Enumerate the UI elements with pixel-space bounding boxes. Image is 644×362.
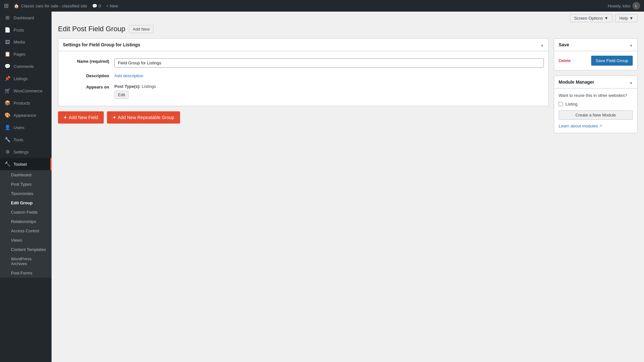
listing-checkbox[interactable] bbox=[559, 102, 563, 106]
sidebar-item-toolset[interactable]: 🔨 Toolset bbox=[0, 158, 52, 170]
add-description-link[interactable]: Add description bbox=[114, 73, 143, 78]
settings-icon: ⚙ bbox=[5, 149, 10, 155]
avatar: L bbox=[632, 2, 640, 10]
edit-appears-on-button[interactable]: Edit bbox=[114, 91, 129, 99]
sidebar-widgets: Save Delete Save Field Group Module Mana… bbox=[554, 38, 638, 138]
appearance-icon: 🎨 bbox=[5, 112, 10, 118]
sidebar-item-ts-access-control[interactable]: Access Control bbox=[0, 226, 52, 236]
user-greeting: Howdy, lobo L bbox=[608, 2, 640, 10]
sidebar-item-ts-dashboard[interactable]: Dashboard bbox=[0, 170, 52, 180]
name-input[interactable] bbox=[114, 58, 544, 68]
add-new-repeatable-group-button[interactable]: + Add New Repeatable Group bbox=[107, 111, 180, 124]
sidebar-item-ts-post-types[interactable]: Post Types bbox=[0, 180, 52, 189]
listing-checkbox-label[interactable]: Listing bbox=[565, 102, 578, 107]
page-title: Edit Post Field Group bbox=[58, 25, 125, 33]
postbox-toggle-icon[interactable] bbox=[541, 42, 544, 48]
sidebar-item-comments[interactable]: 💬 Comments bbox=[0, 60, 52, 72]
top-bar: Screen Options ▼ Help ▼ bbox=[58, 12, 638, 25]
sidebar-item-listings[interactable]: 📌 Listings bbox=[0, 72, 52, 85]
field-group-settings-postbox: Settings for Field Group for Listings Na… bbox=[58, 38, 549, 106]
page-header: Edit Post Field Group Add New bbox=[58, 25, 638, 33]
sidebar-item-ts-post-forms[interactable]: Post Forms bbox=[0, 268, 52, 278]
learn-about-modules-link[interactable]: Learn about modules ↗ bbox=[559, 124, 633, 128]
description-label: Description bbox=[63, 70, 114, 81]
media-icon: 🖼 bbox=[5, 39, 10, 45]
tools-icon: 🔧 bbox=[5, 137, 10, 143]
users-icon: 👤 bbox=[5, 125, 10, 130]
appears-on-row: Appears on Post Type(s): Listings Edit bbox=[63, 81, 544, 101]
comments-menu-icon: 💬 bbox=[5, 63, 10, 69]
save-widget-toggle-icon[interactable] bbox=[630, 42, 633, 48]
chevron-down-icon-help: ▼ bbox=[629, 16, 633, 21]
post-types-value: Listings bbox=[142, 84, 156, 89]
listings-icon: 📌 bbox=[5, 76, 10, 81]
sidebar-item-appearance[interactable]: 🎨 Appearance bbox=[0, 109, 52, 121]
postbox-title: Settings for Field Group for Listings bbox=[63, 42, 140, 47]
admin-bar: ⊞ 🏠 Classic cars for sale - classified s… bbox=[0, 0, 644, 12]
site-name[interactable]: 🏠 Classic cars for sale - classified sit… bbox=[14, 4, 87, 8]
module-manager-content: Want to reuse this in other websites? Li… bbox=[554, 88, 637, 133]
create-new-module-button[interactable]: Create a New Module bbox=[559, 110, 633, 120]
sidebar-item-users[interactable]: 👤 Users bbox=[0, 121, 52, 134]
sidebar-item-woocommerce[interactable]: 🛒 WooCommerce bbox=[0, 85, 52, 97]
plus-repeatable-icon: + bbox=[113, 115, 116, 120]
home-icon: 🏠 bbox=[14, 4, 19, 8]
sidebar: ⊞ Dashboard 📄 Posts 🖼 Media 📋 Pages 💬 Co… bbox=[0, 12, 52, 362]
sidebar-item-media[interactable]: 🖼 Media bbox=[0, 36, 52, 48]
form-table: Name (required) Description Add descript… bbox=[63, 56, 544, 101]
sidebar-item-ts-content-templates[interactable]: Content Templates bbox=[0, 245, 52, 254]
delete-link[interactable]: Delete bbox=[559, 58, 571, 63]
woocommerce-icon: 🛒 bbox=[5, 88, 10, 94]
save-widget-title: Save bbox=[559, 42, 569, 47]
content-layout: Settings for Field Group for Listings Na… bbox=[58, 38, 638, 138]
sidebar-item-settings[interactable]: ⚙ Settings bbox=[0, 146, 52, 158]
screen-options-button[interactable]: Screen Options ▼ bbox=[570, 14, 612, 22]
sidebar-item-posts[interactable]: 📄 Posts bbox=[0, 24, 52, 36]
external-link-icon: ↗ bbox=[599, 124, 602, 128]
sidebar-item-ts-wp-archives[interactable]: WordPress Archives bbox=[0, 254, 52, 268]
comments-link[interactable]: 💬 0 bbox=[92, 4, 101, 8]
sidebar-item-ts-relationships[interactable]: Relationships bbox=[0, 217, 52, 226]
module-manager-title: Module Manager bbox=[559, 79, 594, 85]
add-new-field-button[interactable]: + Add New Field bbox=[58, 111, 104, 124]
sidebar-item-dashboard[interactable]: ⊞ Dashboard bbox=[0, 12, 52, 24]
appears-on-value: Post Type(s): Listings bbox=[114, 84, 156, 89]
save-field-group-button[interactable]: Save Field Group bbox=[591, 56, 633, 66]
module-description: Want to reuse this in other websites? bbox=[559, 93, 633, 98]
plus-field-icon: + bbox=[64, 115, 67, 120]
comments-icon: 💬 bbox=[92, 4, 97, 8]
sidebar-item-tools[interactable]: 🔧 Tools bbox=[0, 134, 52, 146]
save-widget: Save Delete Save Field Group bbox=[554, 38, 638, 70]
posts-icon: 📄 bbox=[5, 27, 10, 33]
listing-checkbox-row: Listing bbox=[559, 102, 633, 107]
name-row: Name (required) bbox=[63, 56, 544, 70]
pages-icon: 📋 bbox=[5, 51, 10, 57]
sidebar-item-ts-taxonomies[interactable]: Taxonomies bbox=[0, 189, 52, 198]
module-manager-header: Module Manager bbox=[554, 76, 637, 88]
module-manager-toggle-icon[interactable] bbox=[630, 79, 633, 85]
sidebar-item-ts-custom-fields[interactable]: Custom Fields bbox=[0, 208, 52, 217]
products-icon: 📦 bbox=[5, 100, 10, 106]
dashboard-icon: ⊞ bbox=[5, 15, 10, 21]
main-postbox-area: Settings for Field Group for Listings Na… bbox=[58, 38, 549, 138]
wp-logo-icon[interactable]: ⊞ bbox=[4, 2, 9, 9]
save-actions: Delete Save Field Group bbox=[559, 56, 633, 66]
description-row: Description Add description bbox=[63, 70, 544, 81]
new-content-button[interactable]: + New bbox=[106, 4, 118, 8]
sidebar-item-ts-edit-group[interactable]: Edit Group bbox=[0, 198, 52, 208]
toolset-submenu: Dashboard Post Types Taxonomies Edit Gro… bbox=[0, 170, 52, 278]
action-buttons: + Add New Field + Add New Repeatable Gro… bbox=[58, 111, 549, 124]
post-types-label: Post Type(s): bbox=[114, 84, 140, 89]
help-button[interactable]: Help ▼ bbox=[615, 14, 638, 22]
main-content-area: Screen Options ▼ Help ▼ Edit Post Field … bbox=[52, 12, 644, 362]
module-manager-widget: Module Manager Want to reuse this in oth… bbox=[554, 76, 638, 133]
save-widget-header: Save bbox=[554, 39, 637, 51]
sidebar-item-pages[interactable]: 📋 Pages bbox=[0, 48, 52, 60]
postbox-header: Settings for Field Group for Listings bbox=[58, 39, 548, 51]
name-label: Name (required) bbox=[63, 56, 114, 70]
add-new-button[interactable]: Add New bbox=[129, 25, 153, 33]
appears-on-label: Appears on bbox=[63, 81, 114, 101]
postbox-content: Name (required) Description Add descript… bbox=[58, 51, 548, 106]
sidebar-item-products[interactable]: 📦 Products bbox=[0, 97, 52, 109]
sidebar-item-ts-views[interactable]: Views bbox=[0, 236, 52, 245]
